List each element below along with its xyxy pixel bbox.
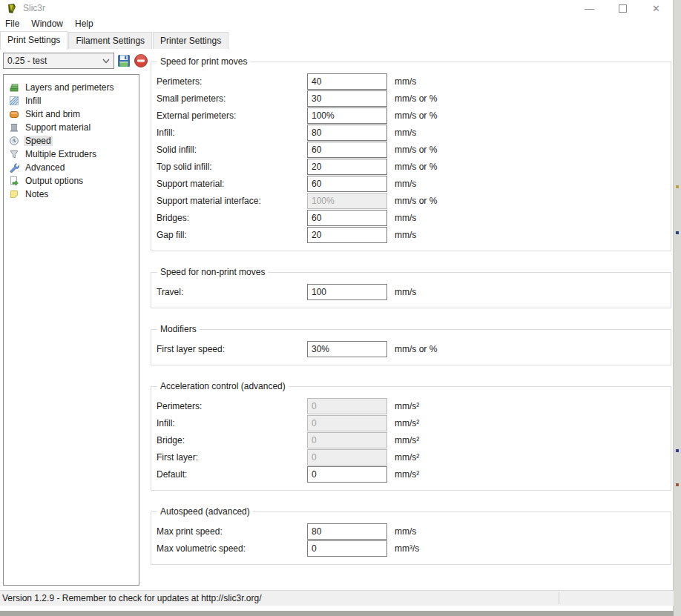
status-message: Version 1.2.9 - Remember to check for up… — [0, 593, 262, 603]
tree-item-output-options[interactable]: Output options — [4, 174, 139, 188]
max-print-speed-input[interactable] — [307, 523, 387, 540]
infill-speed-input[interactable] — [307, 125, 387, 141]
tree-item-label: Multiple Extruders — [24, 149, 98, 159]
tab-filament-settings[interactable]: Filament Settings — [68, 32, 152, 49]
bottom-edge-strip — [0, 611, 674, 616]
tree-item-notes[interactable]: Notes — [4, 188, 139, 201]
tree-item-label: Skirt and brim — [24, 109, 82, 119]
solid-infill-speed-input[interactable] — [307, 142, 387, 158]
tree-item-advanced[interactable]: Advanced — [4, 161, 139, 174]
first-layer-acceleration-input — [307, 449, 387, 466]
setting-label: Solid infill: — [157, 145, 307, 155]
setting-row-accel-default: Default: mm/s² — [157, 466, 671, 483]
menu-file[interactable]: File — [1, 17, 27, 31]
unit-label: mm³/s — [395, 543, 419, 554]
tab-print-settings[interactable]: Print Settings — [0, 31, 68, 50]
setting-row-support-material: Support material: mm/s — [157, 175, 671, 192]
setting-row-infill: Infill: mm/s — [157, 124, 671, 141]
tree-item-skirt-and-brim[interactable]: Skirt and brim — [4, 107, 139, 121]
infill-icon — [9, 96, 19, 106]
slic3r-logo-icon — [6, 3, 18, 15]
titlebar: Slic3r — ✕ — [0, 0, 673, 16]
slic3r-window: Slic3r — ✕ File Window Help Print Settin… — [0, 0, 674, 611]
external-perimeters-speed-input[interactable] — [307, 107, 387, 124]
bridge-acceleration-input — [307, 432, 387, 448]
wrench-icon — [9, 162, 19, 173]
delete-preset-button[interactable] — [134, 53, 148, 68]
floppy-disk-icon — [116, 53, 131, 68]
menu-window[interactable]: Window — [27, 17, 70, 31]
window-controls: — ✕ — [573, 0, 673, 16]
note-icon — [9, 189, 19, 199]
bridges-speed-input[interactable] — [307, 210, 387, 226]
tree-item-label: Support material — [24, 122, 92, 133]
support-material-interface-speed-input — [307, 193, 387, 209]
setting-row-perimeters: Perimeters: mm/s — [157, 73, 671, 90]
setting-label: Max volumetric speed: — [157, 543, 307, 554]
top-solid-infill-speed-input[interactable] — [307, 159, 387, 175]
statusbar-divider — [559, 592, 559, 604]
gap-fill-speed-input[interactable] — [307, 227, 387, 243]
unit-label: mm/s or % — [395, 93, 437, 104]
small-perimeters-speed-input[interactable] — [307, 90, 387, 107]
unit-label: mm/s or % — [395, 344, 437, 354]
layers-icon — [9, 82, 19, 93]
unit-label: mm/s or % — [395, 110, 437, 121]
preset-dropdown[interactable]: 0.25 - test — [3, 53, 114, 69]
desktop-speck — [676, 231, 679, 234]
tree-item-speed[interactable]: Speed — [4, 134, 139, 148]
setting-label: Support material interface: — [157, 196, 307, 206]
unit-label: mm/s — [395, 526, 416, 537]
setting-label: Perimeters: — [157, 76, 307, 87]
setting-row-accel-first-layer: First layer: mm/s² — [157, 448, 671, 466]
setting-label: Infill: — [157, 127, 307, 138]
unit-label: mm/s — [395, 127, 416, 138]
output-icon — [9, 176, 19, 186]
group-title: Autospeed (advanced) — [157, 506, 253, 517]
save-preset-button[interactable] — [116, 53, 131, 68]
unit-label: mm/s² — [395, 435, 419, 446]
maximize-icon — [619, 4, 627, 13]
unit-label: mm/s or % — [395, 196, 437, 206]
support-material-speed-input[interactable] — [307, 176, 387, 192]
tree-item-multiple-extruders[interactable]: Multiple Extruders — [4, 148, 139, 161]
menu-help[interactable]: Help — [70, 17, 101, 31]
group-title: Modifiers — [157, 324, 200, 334]
setting-row-gap-fill: Gap fill: mm/s — [157, 226, 671, 243]
max-volumetric-speed-input[interactable] — [307, 540, 387, 557]
speed-settings-panel: Speed for print moves Perimeters: mm/s S… — [151, 49, 671, 580]
close-button[interactable]: ✕ — [639, 0, 673, 16]
setting-row-accel-bridge: Bridge: mm/s² — [157, 431, 671, 448]
extruders-icon — [9, 149, 19, 159]
setting-row-max-volumetric-speed: Max volumetric speed: mm³/s — [157, 540, 671, 557]
setting-label: Small perimeters: — [157, 93, 307, 104]
setting-label: Perimeters: — [157, 401, 307, 411]
group-speed-print-moves: Speed for print moves Perimeters: mm/s S… — [151, 56, 671, 251]
tree-item-label: Output options — [24, 176, 85, 186]
tree-item-layers-and-perimeters[interactable]: Layers and perimeters — [4, 81, 139, 94]
setting-row-max-print-speed: Max print speed: mm/s — [157, 523, 671, 540]
unit-label: mm/s or % — [395, 162, 437, 172]
travel-speed-input[interactable] — [307, 284, 387, 300]
minimize-button[interactable]: — — [573, 0, 606, 16]
tree-item-support-material[interactable]: Support material — [4, 121, 139, 134]
statusbar: Version 1.2.9 - Remember to check for up… — [0, 590, 674, 606]
setting-label: First layer speed: — [157, 344, 307, 354]
setting-row-support-material-interface: Support material interface: mm/s or % — [157, 192, 671, 209]
unit-label: mm/s — [395, 76, 416, 87]
maximize-button[interactable] — [606, 0, 639, 16]
default-acceleration-input[interactable] — [307, 466, 387, 483]
perimeters-speed-input[interactable] — [307, 73, 387, 90]
tab-printer-settings[interactable]: Printer Settings — [153, 32, 228, 49]
setting-label: Travel: — [157, 287, 307, 297]
skirt-icon — [9, 109, 19, 119]
group-title: Speed for non-print moves — [157, 267, 268, 277]
setting-label: External perimeters: — [157, 110, 307, 121]
first-layer-speed-input[interactable] — [307, 341, 387, 357]
tree-item-infill[interactable]: Infill — [4, 94, 139, 107]
unit-label: mm/s² — [395, 469, 419, 480]
support-icon — [9, 122, 19, 133]
setting-row-top-solid-infill: Top solid infill: mm/s or % — [157, 158, 671, 175]
unit-label: mm/s or % — [395, 145, 437, 155]
perimeters-acceleration-input — [307, 398, 387, 414]
